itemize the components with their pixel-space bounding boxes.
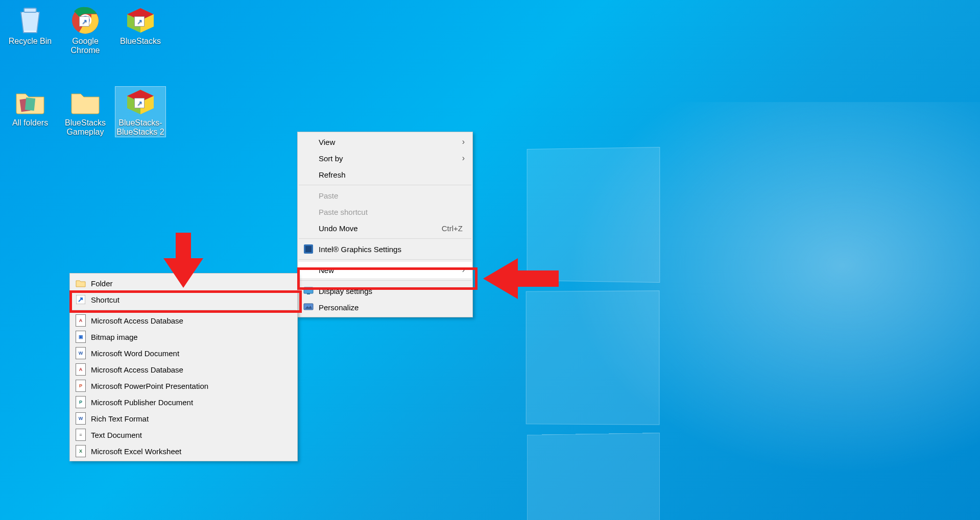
submenu-item-label: Microsoft Publisher Document bbox=[91, 398, 193, 407]
desktop-icon-bluestacks-gameplay[interactable]: BlueStacks Gameplay bbox=[60, 87, 110, 137]
windows-logo bbox=[525, 148, 801, 424]
submenu-item-label: Rich Text Format bbox=[91, 414, 149, 423]
menu-item-label: New bbox=[319, 266, 334, 275]
svg-rect-9 bbox=[307, 293, 310, 294]
submenu-item-label: Folder bbox=[91, 279, 113, 288]
submenu-item-label: Bitmap image bbox=[91, 333, 138, 341]
folder-icon bbox=[70, 87, 101, 117]
submenu-item-label: Text Document bbox=[91, 431, 142, 439]
bluestacks-icon: ↗ bbox=[125, 87, 156, 117]
chevron-right-icon: › bbox=[462, 137, 465, 146]
menu-item-label: Undo Move bbox=[319, 224, 358, 233]
menu-item-paste: Paste bbox=[298, 187, 472, 204]
submenu-item-label: Shortcut bbox=[91, 295, 119, 304]
annotation-arrow-left bbox=[482, 258, 559, 299]
desktop-context-menu: View › Sort by › Refresh Paste Paste sho… bbox=[297, 132, 473, 317]
chrome-icon: ↗ bbox=[70, 5, 101, 36]
folder-icon bbox=[76, 278, 86, 288]
menu-item-paste-shortcut: Paste shortcut bbox=[298, 204, 472, 220]
menu-item-personalize[interactable]: Personalize bbox=[298, 299, 472, 315]
menu-item-refresh[interactable]: Refresh bbox=[298, 166, 472, 183]
folder-icon bbox=[15, 87, 45, 117]
annotation-arrow-down bbox=[163, 233, 203, 289]
submenu-item-label: Microsoft PowerPoint Presentation bbox=[91, 382, 208, 390]
desktop-icon-label: Recycle Bin bbox=[5, 37, 55, 46]
submenu-item-publisher[interactable]: P Microsoft Publisher Document bbox=[70, 394, 297, 410]
svg-rect-7 bbox=[305, 246, 312, 252]
chevron-right-icon: › bbox=[462, 154, 465, 163]
publisher-icon: P bbox=[76, 397, 86, 407]
desktop-icon-label: BlueStacks bbox=[115, 37, 165, 46]
submenu-item-access[interactable]: A Microsoft Access Database bbox=[70, 312, 297, 329]
chevron-right-icon: › bbox=[462, 265, 465, 275]
shortcut-icon bbox=[76, 294, 86, 305]
menu-separator bbox=[299, 238, 471, 239]
menu-item-new[interactable]: New › bbox=[298, 262, 472, 278]
background-light bbox=[520, 102, 980, 510]
submenu-item-word[interactable]: W Microsoft Word Document bbox=[70, 345, 297, 361]
menu-item-label: Paste shortcut bbox=[319, 208, 368, 216]
menu-item-label: Sort by bbox=[319, 154, 343, 163]
menu-item-view[interactable]: View › bbox=[298, 134, 472, 150]
svg-rect-10 bbox=[304, 304, 313, 310]
menu-separator bbox=[299, 280, 471, 281]
svg-rect-5 bbox=[25, 97, 35, 111]
submenu-item-label: Microsoft Excel Worksheet bbox=[91, 447, 181, 456]
new-submenu: Folder Shortcut A Microsoft Access Datab… bbox=[69, 273, 298, 461]
shortcut-arrow-icon: ↗ bbox=[134, 16, 145, 27]
submenu-item-shortcut[interactable]: Shortcut bbox=[70, 291, 297, 308]
menu-item-label: View bbox=[319, 138, 335, 146]
menu-separator bbox=[299, 185, 471, 185]
submenu-item-powerpoint[interactable]: P Microsoft PowerPoint Presentation bbox=[70, 378, 297, 394]
desktop-icon-label: BlueStacks-BlueStacks 2 bbox=[115, 118, 165, 137]
submenu-item-text[interactable]: ≡ Text Document bbox=[70, 427, 297, 443]
excel-icon: X bbox=[76, 446, 86, 456]
desktop-icon-bluestacks-2[interactable]: ↗ BlueStacks-BlueStacks 2 bbox=[115, 87, 165, 137]
desktop-icon-recycle-bin[interactable]: Recycle Bin bbox=[5, 5, 55, 46]
text-icon: ≡ bbox=[76, 430, 86, 440]
access-icon: A bbox=[76, 364, 86, 375]
menu-item-sort-by[interactable]: Sort by › bbox=[298, 150, 472, 166]
submenu-item-bitmap[interactable]: ▣ Bitmap image bbox=[70, 329, 297, 345]
intel-icon bbox=[303, 244, 314, 254]
menu-item-label: Paste bbox=[319, 191, 338, 200]
shortcut-arrow-icon: ↗ bbox=[79, 16, 89, 27]
menu-item-intel-graphics[interactable]: Intel® Graphics Settings bbox=[298, 241, 472, 257]
menu-hotkey: Ctrl+Z bbox=[442, 224, 463, 233]
display-icon bbox=[303, 286, 314, 296]
access-icon: A bbox=[76, 315, 86, 326]
menu-separator bbox=[299, 259, 471, 260]
svg-rect-8 bbox=[304, 287, 313, 293]
shortcut-arrow-icon: ↗ bbox=[134, 98, 145, 108]
menu-item-undo-move[interactable]: Undo Move Ctrl+Z bbox=[298, 220, 472, 236]
word-icon: W bbox=[76, 348, 86, 358]
recycle-bin-icon bbox=[15, 5, 45, 36]
rtf-icon: W bbox=[76, 413, 86, 424]
menu-separator bbox=[71, 310, 296, 310]
menu-item-label: Refresh bbox=[319, 170, 346, 179]
svg-rect-0 bbox=[24, 8, 36, 12]
desktop-icon-chrome[interactable]: ↗ Google Chrome bbox=[60, 5, 110, 55]
desktop-icon-label: BlueStacks Gameplay bbox=[60, 118, 110, 137]
menu-item-label: Display settings bbox=[319, 287, 372, 295]
desktop-icon-label: All folders bbox=[5, 118, 55, 128]
submenu-item-access-2[interactable]: A Microsoft Access Database bbox=[70, 361, 297, 378]
submenu-item-rtf[interactable]: W Rich Text Format bbox=[70, 410, 297, 427]
submenu-item-label: Microsoft Access Database bbox=[91, 365, 183, 374]
personalize-icon bbox=[303, 302, 314, 312]
submenu-item-excel[interactable]: X Microsoft Excel Worksheet bbox=[70, 443, 297, 459]
submenu-item-label: Microsoft Access Database bbox=[91, 316, 183, 325]
submenu-item-label: Microsoft Word Document bbox=[91, 349, 179, 358]
desktop-icon-all-folders[interactable]: All folders bbox=[5, 87, 55, 128]
menu-item-display-settings[interactable]: Display settings bbox=[298, 283, 472, 299]
menu-item-label: Personalize bbox=[319, 303, 358, 312]
desktop-icon-label: Google Chrome bbox=[60, 37, 110, 55]
desktop-icon-bluestacks[interactable]: ↗ BlueStacks bbox=[115, 5, 165, 46]
powerpoint-icon: P bbox=[76, 381, 86, 391]
menu-item-label: Intel® Graphics Settings bbox=[319, 245, 401, 254]
bluestacks-icon: ↗ bbox=[125, 5, 156, 36]
bitmap-icon: ▣ bbox=[76, 332, 86, 342]
